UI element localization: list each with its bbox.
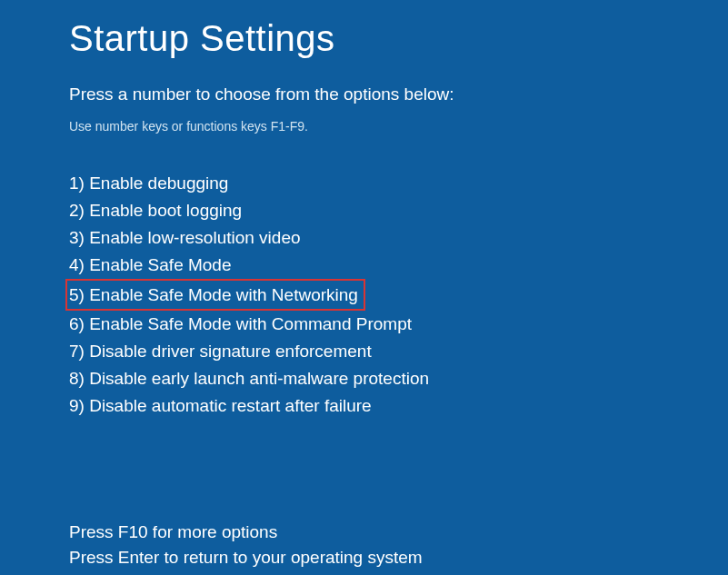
return-hint: Press Enter to return to your operating … [69,545,728,570]
options-list: 1) Enable debugging 2) Enable boot loggi… [69,170,728,420]
option-4[interactable]: 4) Enable Safe Mode [69,252,232,278]
page-title: Startup Settings [69,18,728,59]
option-5-highlighted[interactable]: 5) Enable Safe Mode with Networking [65,279,365,311]
footer: Press F10 for more options Press Enter t… [69,520,728,570]
option-3[interactable]: 3) Enable low-resolution video [69,224,301,251]
option-2[interactable]: 2) Enable boot logging [69,197,242,223]
option-8[interactable]: 8) Disable early launch anti-malware pro… [69,365,429,392]
hint-text: Use number keys or functions keys F1-F9. [69,119,728,134]
subtitle: Press a number to choose from the option… [69,84,728,104]
option-9[interactable]: 9) Disable automatic restart after failu… [69,392,372,419]
more-options-hint: Press F10 for more options [69,520,728,545]
option-7[interactable]: 7) Disable driver signature enforcement [69,338,372,364]
option-1[interactable]: 1) Enable debugging [69,170,228,196]
option-6[interactable]: 6) Enable Safe Mode with Command Prompt [69,311,412,337]
